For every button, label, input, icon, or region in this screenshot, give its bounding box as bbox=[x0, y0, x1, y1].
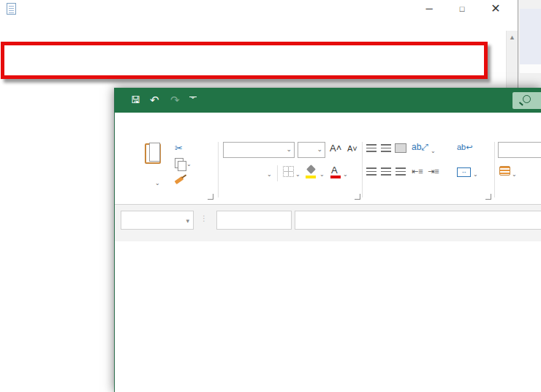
underline-dropdown-icon[interactable]: ⌄ bbox=[267, 170, 272, 180]
formula-buttons bbox=[216, 211, 292, 230]
ribbon: ⌄ ✂ ⌄ ⌄ ⌄ A˄ A˅ ⌄ ⌄ ⌄ bbox=[115, 137, 541, 205]
accounting-format-icon[interactable] bbox=[499, 166, 510, 176]
formula-input[interactable] bbox=[295, 211, 541, 230]
quick-access-toolbar-menu-icon[interactable] bbox=[189, 97, 197, 97]
group-separator bbox=[362, 142, 363, 197]
font-color-icon[interactable]: A bbox=[331, 165, 338, 176]
decrease-indent-icon[interactable]: ⇤≡ bbox=[412, 166, 423, 176]
fill-color-dropdown-icon[interactable]: ⌄ bbox=[319, 170, 325, 180]
copy-icon[interactable] bbox=[175, 158, 184, 168]
save-icon[interactable]: 🖫 bbox=[131, 94, 140, 107]
font-name-combo[interactable]: ⌄ bbox=[223, 142, 295, 158]
mini-separator bbox=[277, 165, 278, 181]
increase-font-icon[interactable]: A˄ bbox=[330, 143, 341, 154]
redo-icon[interactable]: ↷ bbox=[170, 94, 180, 107]
align-center-icon[interactable] bbox=[381, 167, 391, 176]
font-color-dropdown-icon[interactable]: ⌄ bbox=[343, 170, 348, 180]
align-right-icon[interactable] bbox=[396, 167, 406, 176]
formula-bar: ▾ ⋮ bbox=[115, 205, 541, 241]
background-window-area bbox=[520, 9, 541, 64]
background-window-band bbox=[520, 64, 541, 73]
alignment-dialog-launcher-icon[interactable] bbox=[485, 194, 491, 200]
paste-icon[interactable] bbox=[145, 143, 161, 164]
search-icon bbox=[523, 95, 531, 103]
fill-color-bar bbox=[306, 176, 316, 178]
maximize-button[interactable]: □ bbox=[447, 0, 477, 19]
accounting-dropdown-icon[interactable]: ⌄ bbox=[512, 170, 517, 180]
number-format-combo[interactable] bbox=[498, 142, 541, 158]
background-window-strip bbox=[518, 0, 541, 88]
excel-titlebar[interactable]: 🖫 ↶ ↷ bbox=[115, 88, 541, 113]
excel-window: 🖫 ↶ ↷ ⌄ ✂ ⌄ ⌄ bbox=[114, 88, 541, 392]
screen: ─ □ ✕ ▲ 🖫 ↶ ↷ ⌄ ✂ bbox=[0, 0, 541, 392]
font-dialog-launcher-icon[interactable] bbox=[355, 194, 360, 200]
cut-icon[interactable]: ✂ bbox=[175, 143, 183, 154]
align-middle-icon[interactable] bbox=[381, 144, 391, 152]
merge-dropdown-icon[interactable]: ⌄ bbox=[473, 170, 478, 180]
font-color-bar bbox=[330, 176, 341, 178]
group-separator bbox=[218, 142, 219, 197]
fill-color-icon[interactable] bbox=[306, 165, 316, 174]
font-size-combo[interactable]: ⌄ bbox=[298, 142, 325, 158]
increase-indent-icon[interactable]: ⇥≡ bbox=[428, 166, 439, 176]
ribbon-tab-bar bbox=[115, 113, 541, 137]
formula-bar-resizer[interactable]: ⋮ bbox=[200, 214, 208, 222]
decrease-font-icon[interactable]: A˅ bbox=[347, 143, 357, 154]
notepad-menubar bbox=[0, 18, 518, 31]
format-painter-icon[interactable] bbox=[175, 176, 184, 184]
group-separator bbox=[494, 142, 495, 197]
align-left-icon[interactable] bbox=[366, 167, 377, 176]
sheet-grid[interactable] bbox=[115, 241, 541, 392]
paste-dropdown-icon[interactable]: ⌄ bbox=[155, 178, 160, 189]
scrollbar-up-arrow-icon[interactable]: ▲ bbox=[507, 34, 518, 41]
merge-center-icon[interactable]: ↔ bbox=[457, 167, 471, 177]
orientation-icon[interactable]: ab⤢ bbox=[412, 142, 428, 152]
close-button[interactable]: ✕ bbox=[481, 0, 510, 19]
align-top-icon[interactable] bbox=[366, 144, 377, 152]
search-icon-handle bbox=[519, 102, 523, 105]
borders-dropdown-icon[interactable]: ⌄ bbox=[295, 170, 300, 180]
wrap-text-icon[interactable]: ab↩ bbox=[457, 142, 472, 152]
orientation-dropdown-icon[interactable]: ⌄ bbox=[431, 146, 436, 157]
clipboard-dialog-launcher-icon[interactable] bbox=[208, 194, 213, 200]
copy-dropdown-icon[interactable]: ⌄ bbox=[186, 159, 192, 170]
minimize-button[interactable]: ─ bbox=[415, 0, 444, 19]
notepad-app-icon bbox=[7, 3, 16, 15]
name-box[interactable]: ▾ bbox=[121, 211, 194, 230]
undo-icon[interactable]: ↶ bbox=[150, 94, 159, 107]
borders-icon[interactable] bbox=[283, 166, 294, 177]
search-box[interactable] bbox=[512, 92, 541, 109]
align-bottom-icon-active[interactable] bbox=[396, 144, 406, 152]
notepad-titlebar[interactable]: ─ □ ✕ bbox=[0, 0, 518, 18]
